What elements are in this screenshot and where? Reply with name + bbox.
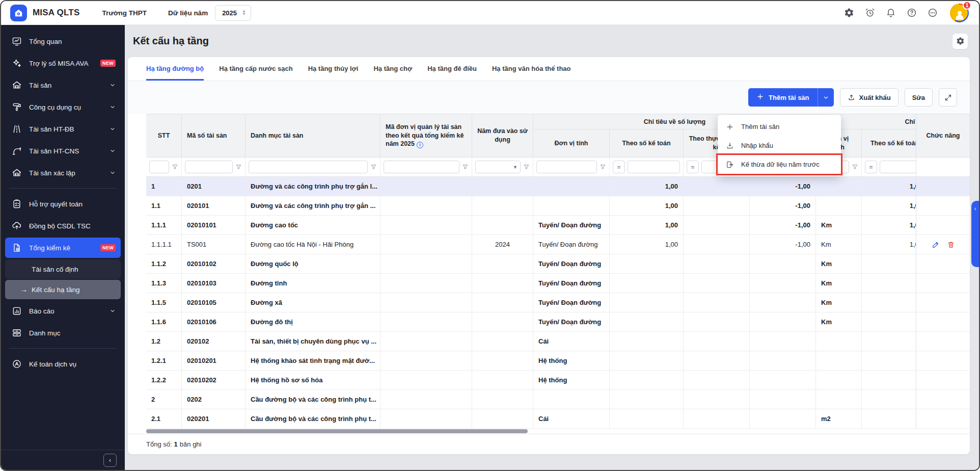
table-row[interactable]: 10201Đường và các công trình phụ trợ gắn…: [146, 177, 970, 196]
tab-5[interactable]: Hạ tầng văn hóa thể thao: [492, 57, 571, 81]
cell-code: 02010101: [182, 216, 246, 234]
sidebar-item-12[interactable]: Báo cáo: [5, 301, 121, 321]
edit-row-icon[interactable]: [932, 241, 940, 249]
sidebar-item-2[interactable]: Tài sản: [5, 75, 121, 95]
add-asset-button[interactable]: Thêm tài sản: [748, 88, 817, 107]
edit-button[interactable]: Sửa: [905, 88, 933, 107]
filter-select-year[interactable]: ▼: [475, 161, 521, 173]
notifications-bell-icon[interactable]: [885, 7, 896, 18]
avatar[interactable]: 1: [950, 4, 969, 22]
table-row[interactable]: 1.1.202010102Đường quốc lộTuyến/ Đoạn đư…: [146, 254, 970, 274]
filter-input-mgmt[interactable]: [384, 161, 459, 173]
cell-stt: 1.1.3: [146, 274, 182, 293]
cell-unit2: [816, 177, 862, 196]
side-panel-toggle[interactable]: ‹: [971, 201, 979, 267]
sidebar-item-9[interactable]: Tổng kiểm kêNEW: [5, 238, 121, 258]
cell-year: [472, 351, 533, 370]
filter-funnel-icon[interactable]: [600, 164, 606, 170]
menu-item-2[interactable]: Kế thừa dữ liệu năm trước: [718, 155, 841, 174]
table-row[interactable]: 20202Cầu đường bộ và các công trình phụ …: [146, 390, 970, 409]
sidebar-item-14[interactable]: Kế toán dịch vụ: [5, 354, 121, 374]
cell-value: 1.2: [151, 337, 160, 345]
tab-1[interactable]: Hạ tầng cấp nước sạch: [219, 57, 292, 81]
tab-4[interactable]: Hạ tầng đê điều: [427, 57, 477, 81]
export-button[interactable]: Xuất khẩu: [840, 88, 899, 107]
table-row[interactable]: 1.1020101Đường và các công trình phụ trợ…: [146, 196, 970, 216]
tab-3[interactable]: Hạ tầng chợ: [373, 57, 412, 81]
year-selector[interactable]: 2025 ▲▼: [215, 5, 251, 21]
filter-funnel-icon[interactable]: [523, 164, 530, 170]
cell-code: 0202: [182, 390, 246, 409]
help-icon[interactable]: [906, 7, 917, 18]
reminder-icon[interactable]: [864, 7, 876, 18]
more-icon[interactable]: [927, 7, 938, 18]
content-card: Hạ tầng đường bộHạ tầng cấp nước sạchHạ …: [128, 57, 970, 454]
cell-qr: [684, 254, 750, 273]
cell-unit2: [816, 196, 862, 215]
filter-funnel-icon[interactable]: [852, 164, 858, 170]
table-row[interactable]: 1.2020102Tài sản, thiết bị chuyên dùng p…: [146, 332, 970, 351]
app-window: MISA QLTS Trường THPT Dữ liệu năm 2025 ▲…: [0, 0, 980, 471]
sidebar-item-11[interactable]: →Kết cấu hạ tầng: [5, 280, 121, 299]
cell-value: Hệ thống: [538, 357, 567, 364]
add-asset-dropdown-toggle[interactable]: [818, 88, 834, 107]
table-row[interactable]: 1.1.602010106Đường đô thịTuyến/ Đoạn đườ…: [146, 312, 970, 332]
report-icon: [11, 305, 22, 317]
filter-input-code[interactable]: [185, 161, 233, 173]
scrollbar-thumb[interactable]: [146, 429, 528, 433]
sidebar-collapse-button[interactable]: ‹: [103, 454, 117, 467]
filter-funnel-icon[interactable]: [370, 164, 377, 170]
filter-funnel-icon[interactable]: [235, 164, 242, 170]
table-row[interactable]: 1.1.102010101Đường cao tốcTuyến/ Đoạn đư…: [146, 216, 970, 235]
spinner-icon[interactable]: ▲▼: [242, 10, 246, 16]
sidebar-item-3[interactable]: Công cụ dụng cụ: [5, 97, 121, 117]
filter-funnel-icon[interactable]: [462, 164, 469, 170]
cell-year: 2024: [472, 235, 533, 254]
table-row[interactable]: 1.2.202010202Hệ thống hồ sơ số hóaHệ thố…: [146, 371, 970, 390]
menu-item-0[interactable]: Thêm tài sản: [718, 117, 841, 136]
filter-funnel-icon[interactable]: [172, 164, 178, 170]
table-row[interactable]: 1.1.502010105Đường xãTuyến/ Đoạn đườngKm: [146, 293, 970, 312]
cell-value: Km: [821, 279, 832, 287]
add-asset-split-button: Thêm tài sản: [748, 88, 833, 107]
table-inner: STT Mã số tài sản Danh mục tài sản Mã đơ…: [146, 114, 970, 429]
cell-name: Đường tỉnh: [246, 274, 380, 293]
table-header: STT Mã số tài sản Danh mục tài sản Mã đơ…: [146, 114, 970, 158]
table-row[interactable]: 2.1020201Cầu đường bộ và các công trình …: [146, 409, 970, 429]
sidebar-item-5[interactable]: Tài sản HT-CNS: [5, 141, 121, 161]
sidebar-item-8[interactable]: Đồng bộ CSDL TSC: [5, 216, 121, 236]
sidebar-item-0[interactable]: Tổng quan: [5, 31, 121, 51]
edit-label: Sửa: [912, 94, 925, 101]
cell-value: Cầu đường bộ và các công trình phụ t...: [251, 396, 376, 403]
inherit-icon: [725, 161, 734, 169]
cell-value: 1.2.1: [151, 357, 166, 364]
delete-row-icon[interactable]: [947, 241, 955, 249]
settings-icon[interactable]: [843, 7, 855, 18]
cell-value: -1,00: [795, 221, 810, 229]
sidebar-item-13[interactable]: Danh mục: [5, 323, 121, 343]
sidebar-item-label: Tổng quan: [29, 38, 116, 45]
cell-name: Đường đô thị: [246, 312, 380, 331]
cell-value: 02010201: [187, 357, 216, 364]
cell-name: Đường quốc lộ: [246, 254, 380, 273]
table-row[interactable]: 1.2.102010201Hệ thống khảo sát tình trạn…: [146, 351, 970, 371]
sidebar-item-7[interactable]: Hỗ trợ quyết toán: [5, 194, 121, 214]
sidebar-item-6[interactable]: Tài sản xác lập: [5, 163, 121, 183]
table-row[interactable]: 1.1.1.1TS001Đường cao tốc Hà Nội - Hải P…: [146, 235, 970, 254]
info-icon[interactable]: i: [417, 142, 423, 148]
sidebar-item-10[interactable]: Tài sản cố định: [5, 259, 121, 279]
sidebar-item-4[interactable]: Tài sản HT-ĐB: [5, 119, 121, 139]
tab-0[interactable]: Hạ tầng đường bộ: [146, 57, 204, 81]
filter-input-name[interactable]: [249, 161, 368, 173]
cell-value: 1.1.5: [151, 299, 166, 306]
filter-input-unit1[interactable]: [536, 161, 597, 173]
filter-input-qa[interactable]: [628, 161, 680, 173]
sidebar-item-1[interactable]: Trợ lý số MISA AVANEW: [5, 53, 121, 73]
page-settings-icon[interactable]: [952, 34, 968, 49]
filter-input-stt[interactable]: [149, 161, 169, 173]
col-header-year: Năm đưa vào sử dụng: [472, 114, 533, 157]
table-row[interactable]: 1.1.302010103Đường tỉnhTuyến/ Đoạn đường…: [146, 274, 970, 293]
fullscreen-button[interactable]: [939, 88, 957, 107]
tab-2[interactable]: Hạ tầng thủy lợi: [308, 57, 359, 81]
menu-item-1[interactable]: Nhập khẩu: [718, 136, 841, 155]
